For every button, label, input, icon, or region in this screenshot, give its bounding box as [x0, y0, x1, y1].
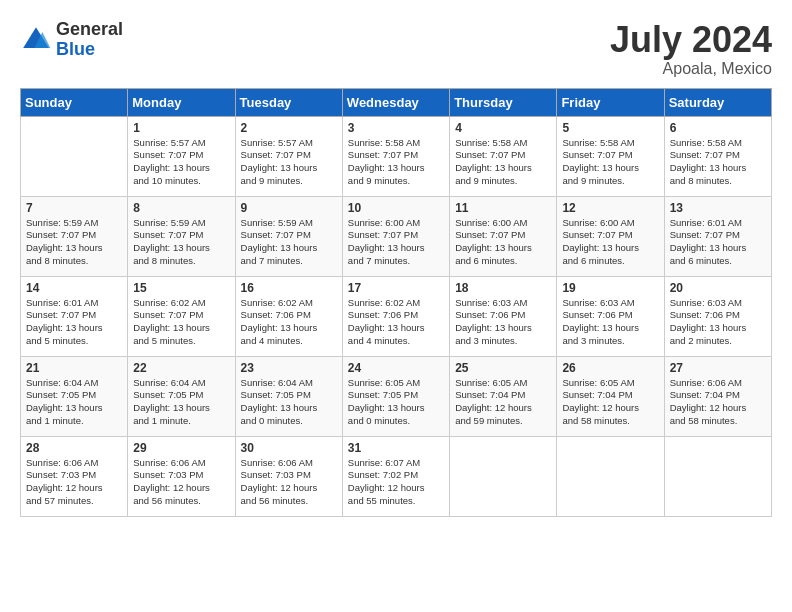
date-number: 12 — [562, 201, 658, 215]
date-number: 18 — [455, 281, 551, 295]
date-number: 25 — [455, 361, 551, 375]
date-number: 19 — [562, 281, 658, 295]
cell-info: Sunrise: 6:02 AM Sunset: 7:06 PM Dayligh… — [241, 297, 337, 348]
day-header-friday: Friday — [557, 88, 664, 116]
date-number: 21 — [26, 361, 122, 375]
calendar-cell: 26Sunrise: 6:05 AM Sunset: 7:04 PM Dayli… — [557, 356, 664, 436]
page-header: General Blue July 2024 Apoala, Mexico — [20, 20, 772, 78]
calendar-cell: 24Sunrise: 6:05 AM Sunset: 7:05 PM Dayli… — [342, 356, 449, 436]
calendar-cell: 25Sunrise: 6:05 AM Sunset: 7:04 PM Dayli… — [450, 356, 557, 436]
cell-info: Sunrise: 6:06 AM Sunset: 7:03 PM Dayligh… — [241, 457, 337, 508]
date-number: 5 — [562, 121, 658, 135]
date-number: 9 — [241, 201, 337, 215]
cell-info: Sunrise: 6:04 AM Sunset: 7:05 PM Dayligh… — [26, 377, 122, 428]
month-year: July 2024 — [610, 20, 772, 60]
calendar-cell: 19Sunrise: 6:03 AM Sunset: 7:06 PM Dayli… — [557, 276, 664, 356]
calendar-cell: 29Sunrise: 6:06 AM Sunset: 7:03 PM Dayli… — [128, 436, 235, 516]
cell-info: Sunrise: 6:00 AM Sunset: 7:07 PM Dayligh… — [455, 217, 551, 268]
cell-info: Sunrise: 5:58 AM Sunset: 7:07 PM Dayligh… — [455, 137, 551, 188]
date-number: 16 — [241, 281, 337, 295]
date-number: 11 — [455, 201, 551, 215]
cell-info: Sunrise: 6:02 AM Sunset: 7:06 PM Dayligh… — [348, 297, 444, 348]
calendar-cell: 14Sunrise: 6:01 AM Sunset: 7:07 PM Dayli… — [21, 276, 128, 356]
calendar-cell: 15Sunrise: 6:02 AM Sunset: 7:07 PM Dayli… — [128, 276, 235, 356]
calendar-cell: 23Sunrise: 6:04 AM Sunset: 7:05 PM Dayli… — [235, 356, 342, 436]
date-number: 2 — [241, 121, 337, 135]
calendar-cell: 6Sunrise: 5:58 AM Sunset: 7:07 PM Daylig… — [664, 116, 771, 196]
day-header-sunday: Sunday — [21, 88, 128, 116]
cell-info: Sunrise: 6:06 AM Sunset: 7:03 PM Dayligh… — [26, 457, 122, 508]
date-number: 4 — [455, 121, 551, 135]
calendar-cell: 31Sunrise: 6:07 AM Sunset: 7:02 PM Dayli… — [342, 436, 449, 516]
calendar-cell: 30Sunrise: 6:06 AM Sunset: 7:03 PM Dayli… — [235, 436, 342, 516]
date-number: 3 — [348, 121, 444, 135]
date-number: 20 — [670, 281, 766, 295]
calendar-cell — [450, 436, 557, 516]
logo-icon — [20, 24, 52, 56]
day-header-tuesday: Tuesday — [235, 88, 342, 116]
calendar-cell: 4Sunrise: 5:58 AM Sunset: 7:07 PM Daylig… — [450, 116, 557, 196]
calendar-cell: 17Sunrise: 6:02 AM Sunset: 7:06 PM Dayli… — [342, 276, 449, 356]
cell-info: Sunrise: 6:00 AM Sunset: 7:07 PM Dayligh… — [348, 217, 444, 268]
date-number: 27 — [670, 361, 766, 375]
calendar-cell: 11Sunrise: 6:00 AM Sunset: 7:07 PM Dayli… — [450, 196, 557, 276]
cell-info: Sunrise: 6:05 AM Sunset: 7:04 PM Dayligh… — [455, 377, 551, 428]
calendar-cell: 9Sunrise: 5:59 AM Sunset: 7:07 PM Daylig… — [235, 196, 342, 276]
date-number: 8 — [133, 201, 229, 215]
cell-info: Sunrise: 5:58 AM Sunset: 7:07 PM Dayligh… — [562, 137, 658, 188]
cell-info: Sunrise: 6:02 AM Sunset: 7:07 PM Dayligh… — [133, 297, 229, 348]
date-number: 1 — [133, 121, 229, 135]
calendar-cell: 18Sunrise: 6:03 AM Sunset: 7:06 PM Dayli… — [450, 276, 557, 356]
cell-info: Sunrise: 5:57 AM Sunset: 7:07 PM Dayligh… — [241, 137, 337, 188]
cell-info: Sunrise: 6:03 AM Sunset: 7:06 PM Dayligh… — [670, 297, 766, 348]
date-number: 23 — [241, 361, 337, 375]
cell-info: Sunrise: 6:06 AM Sunset: 7:04 PM Dayligh… — [670, 377, 766, 428]
cell-info: Sunrise: 5:57 AM Sunset: 7:07 PM Dayligh… — [133, 137, 229, 188]
calendar-cell: 28Sunrise: 6:06 AM Sunset: 7:03 PM Dayli… — [21, 436, 128, 516]
calendar-cell — [664, 436, 771, 516]
cell-info: Sunrise: 6:07 AM Sunset: 7:02 PM Dayligh… — [348, 457, 444, 508]
date-number: 31 — [348, 441, 444, 455]
cell-info: Sunrise: 5:59 AM Sunset: 7:07 PM Dayligh… — [241, 217, 337, 268]
date-number: 26 — [562, 361, 658, 375]
cell-info: Sunrise: 6:04 AM Sunset: 7:05 PM Dayligh… — [133, 377, 229, 428]
calendar-cell — [557, 436, 664, 516]
calendar-cell: 7Sunrise: 5:59 AM Sunset: 7:07 PM Daylig… — [21, 196, 128, 276]
calendar-cell: 16Sunrise: 6:02 AM Sunset: 7:06 PM Dayli… — [235, 276, 342, 356]
date-number: 30 — [241, 441, 337, 455]
date-number: 22 — [133, 361, 229, 375]
cell-info: Sunrise: 5:59 AM Sunset: 7:07 PM Dayligh… — [133, 217, 229, 268]
date-number: 15 — [133, 281, 229, 295]
cell-info: Sunrise: 6:01 AM Sunset: 7:07 PM Dayligh… — [670, 217, 766, 268]
cell-info: Sunrise: 5:58 AM Sunset: 7:07 PM Dayligh… — [670, 137, 766, 188]
calendar-week-1: 1Sunrise: 5:57 AM Sunset: 7:07 PM Daylig… — [21, 116, 772, 196]
date-number: 28 — [26, 441, 122, 455]
calendar-cell: 5Sunrise: 5:58 AM Sunset: 7:07 PM Daylig… — [557, 116, 664, 196]
day-header-wednesday: Wednesday — [342, 88, 449, 116]
calendar-cell: 3Sunrise: 5:58 AM Sunset: 7:07 PM Daylig… — [342, 116, 449, 196]
day-header-thursday: Thursday — [450, 88, 557, 116]
cell-info: Sunrise: 6:05 AM Sunset: 7:04 PM Dayligh… — [562, 377, 658, 428]
date-number: 24 — [348, 361, 444, 375]
cell-info: Sunrise: 6:00 AM Sunset: 7:07 PM Dayligh… — [562, 217, 658, 268]
calendar-cell: 27Sunrise: 6:06 AM Sunset: 7:04 PM Dayli… — [664, 356, 771, 436]
title-block: July 2024 Apoala, Mexico — [610, 20, 772, 78]
logo-text: General Blue — [56, 20, 123, 60]
calendar-cell: 8Sunrise: 5:59 AM Sunset: 7:07 PM Daylig… — [128, 196, 235, 276]
cell-info: Sunrise: 6:03 AM Sunset: 7:06 PM Dayligh… — [562, 297, 658, 348]
calendar-week-5: 28Sunrise: 6:06 AM Sunset: 7:03 PM Dayli… — [21, 436, 772, 516]
calendar-cell: 21Sunrise: 6:04 AM Sunset: 7:05 PM Dayli… — [21, 356, 128, 436]
calendar-cell: 20Sunrise: 6:03 AM Sunset: 7:06 PM Dayli… — [664, 276, 771, 356]
cell-info: Sunrise: 6:04 AM Sunset: 7:05 PM Dayligh… — [241, 377, 337, 428]
calendar-cell: 13Sunrise: 6:01 AM Sunset: 7:07 PM Dayli… — [664, 196, 771, 276]
location: Apoala, Mexico — [610, 60, 772, 78]
date-number: 14 — [26, 281, 122, 295]
cell-info: Sunrise: 5:59 AM Sunset: 7:07 PM Dayligh… — [26, 217, 122, 268]
date-number: 13 — [670, 201, 766, 215]
calendar-week-2: 7Sunrise: 5:59 AM Sunset: 7:07 PM Daylig… — [21, 196, 772, 276]
cell-info: Sunrise: 5:58 AM Sunset: 7:07 PM Dayligh… — [348, 137, 444, 188]
cell-info: Sunrise: 6:03 AM Sunset: 7:06 PM Dayligh… — [455, 297, 551, 348]
calendar-cell: 12Sunrise: 6:00 AM Sunset: 7:07 PM Dayli… — [557, 196, 664, 276]
calendar-week-3: 14Sunrise: 6:01 AM Sunset: 7:07 PM Dayli… — [21, 276, 772, 356]
calendar-cell: 10Sunrise: 6:00 AM Sunset: 7:07 PM Dayli… — [342, 196, 449, 276]
